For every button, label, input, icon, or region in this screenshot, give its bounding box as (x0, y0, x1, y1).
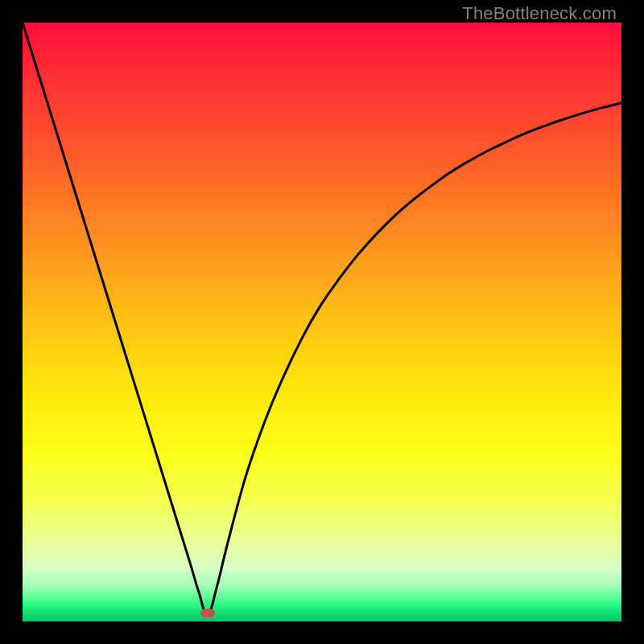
bottleneck-curve (23, 23, 621, 616)
curve-svg (23, 23, 621, 621)
chart-area (23, 23, 621, 621)
optimal-point-marker (200, 609, 215, 617)
watermark-text: TheBottleneck.com (462, 3, 617, 24)
